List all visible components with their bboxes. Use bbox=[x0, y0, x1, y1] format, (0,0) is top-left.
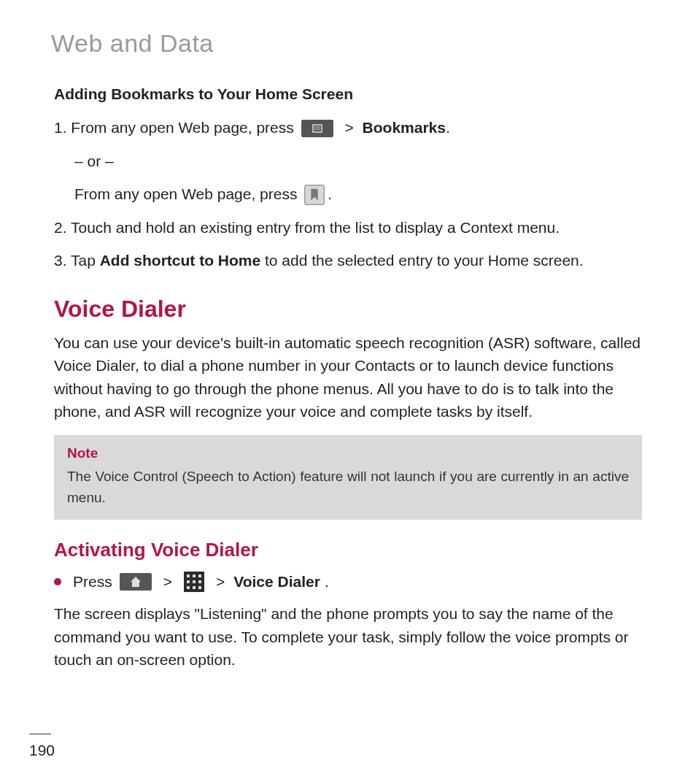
manual-page: Web and Data Adding Bookmarks to Your Ho… bbox=[0, 0, 696, 784]
bookmarks-label: Bookmarks bbox=[363, 119, 446, 136]
step-2: 2. Touch and hold an existing entry from… bbox=[54, 216, 645, 239]
add-shortcut-label: Add shortcut to Home bbox=[100, 252, 261, 269]
step-1-alt-text: From any open Web page, press bbox=[74, 185, 301, 202]
svg-rect-12 bbox=[198, 580, 201, 583]
note-box: Note The Voice Control (Speech to Action… bbox=[54, 435, 642, 520]
svg-rect-13 bbox=[187, 586, 190, 589]
svg-rect-7 bbox=[187, 574, 190, 577]
apps-grid-icon bbox=[184, 572, 204, 592]
svg-rect-11 bbox=[193, 580, 196, 583]
menu-key-icon bbox=[301, 120, 333, 137]
voice-dialer-body: You can use your device's built-in autom… bbox=[54, 331, 645, 423]
bookmark-icon bbox=[304, 185, 325, 205]
home-key-icon bbox=[120, 573, 152, 591]
press-instruction: Press > > Voice Dialer. bbox=[54, 572, 645, 592]
or-separator: – or – bbox=[74, 150, 645, 173]
press-label: Press bbox=[73, 573, 112, 591]
subsection-title: Adding Bookmarks to Your Home Screen bbox=[54, 85, 645, 103]
note-label: Note bbox=[67, 445, 629, 461]
step-1-post: . bbox=[446, 119, 450, 136]
step-1-alt: From any open Web page, press . bbox=[74, 182, 645, 206]
svg-rect-15 bbox=[198, 586, 201, 589]
bullet-icon bbox=[54, 578, 61, 585]
breadcrumb-separator: > bbox=[163, 573, 172, 591]
step-3-post: to add the selected entry to your Home s… bbox=[260, 252, 583, 269]
listening-body: The screen displays "Listening" and the … bbox=[54, 602, 645, 672]
page-number: 190 bbox=[29, 742, 55, 759]
step-1-alt-post: . bbox=[328, 185, 332, 202]
page-header: Web and Data bbox=[51, 29, 645, 58]
breadcrumb-separator: > bbox=[344, 119, 353, 136]
footer-divider bbox=[29, 734, 51, 734]
voice-dialer-label: Voice Dialer bbox=[233, 573, 320, 591]
svg-rect-14 bbox=[193, 586, 196, 589]
breadcrumb-separator: > bbox=[216, 573, 225, 591]
step-3-pre: 3. Tap bbox=[54, 252, 100, 269]
svg-rect-0 bbox=[301, 120, 333, 137]
activating-voice-dialer-heading: Activating Voice Dialer bbox=[54, 539, 645, 561]
step-3: 3. Tap Add shortcut to Home to add the s… bbox=[54, 249, 645, 272]
svg-rect-10 bbox=[187, 580, 190, 583]
voice-dialer-post: . bbox=[325, 573, 329, 591]
step-1-text-pre: 1. From any open Web page, press bbox=[54, 119, 298, 136]
note-text: The Voice Control (Speech to Action) fea… bbox=[67, 466, 629, 509]
step-1: 1. From any open Web page, press > Bookm… bbox=[54, 116, 645, 139]
voice-dialer-heading: Voice Dialer bbox=[54, 296, 645, 323]
svg-rect-8 bbox=[193, 574, 196, 577]
svg-rect-9 bbox=[198, 574, 201, 577]
